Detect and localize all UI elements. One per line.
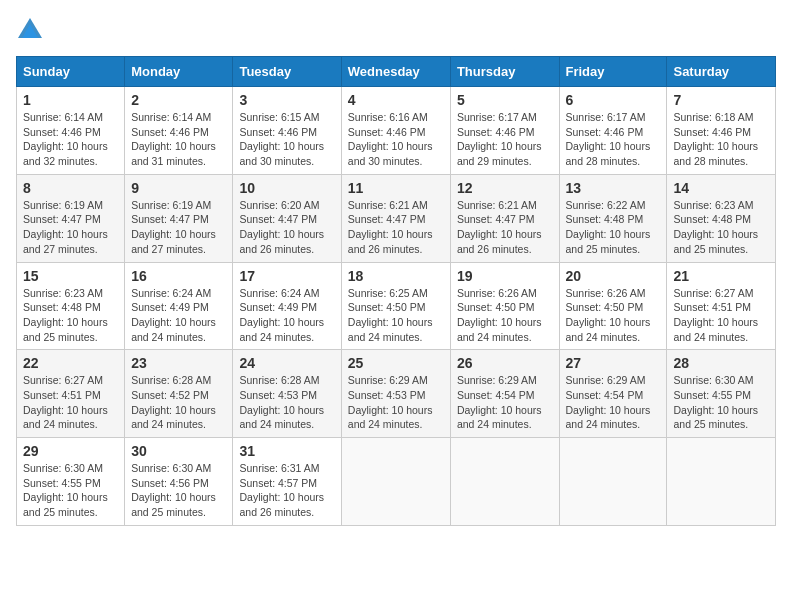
day-info: Sunrise: 6:29 AMSunset: 4:54 PMDaylight:… xyxy=(566,373,661,432)
day-number: 25 xyxy=(348,355,444,371)
day-info: Sunrise: 6:23 AMSunset: 4:48 PMDaylight:… xyxy=(673,198,769,257)
day-number: 10 xyxy=(239,180,334,196)
day-info: Sunrise: 6:26 AMSunset: 4:50 PMDaylight:… xyxy=(457,286,553,345)
calendar-week-3: 15Sunrise: 6:23 AMSunset: 4:48 PMDayligh… xyxy=(17,262,776,350)
calendar-week-2: 8Sunrise: 6:19 AMSunset: 4:47 PMDaylight… xyxy=(17,174,776,262)
calendar-cell: 18Sunrise: 6:25 AMSunset: 4:50 PMDayligh… xyxy=(341,262,450,350)
calendar-cell: 9Sunrise: 6:19 AMSunset: 4:47 PMDaylight… xyxy=(125,174,233,262)
calendar-cell: 31Sunrise: 6:31 AMSunset: 4:57 PMDayligh… xyxy=(233,438,341,526)
day-info: Sunrise: 6:24 AMSunset: 4:49 PMDaylight:… xyxy=(239,286,334,345)
header-cell-thursday: Thursday xyxy=(450,57,559,87)
day-number: 12 xyxy=(457,180,553,196)
day-number: 13 xyxy=(566,180,661,196)
calendar-cell: 2Sunrise: 6:14 AMSunset: 4:46 PMDaylight… xyxy=(125,87,233,175)
calendar-cell: 16Sunrise: 6:24 AMSunset: 4:49 PMDayligh… xyxy=(125,262,233,350)
header-cell-friday: Friday xyxy=(559,57,667,87)
calendar-cell: 26Sunrise: 6:29 AMSunset: 4:54 PMDayligh… xyxy=(450,350,559,438)
day-number: 14 xyxy=(673,180,769,196)
day-number: 28 xyxy=(673,355,769,371)
day-number: 6 xyxy=(566,92,661,108)
logo-icon xyxy=(16,16,44,44)
header-cell-saturday: Saturday xyxy=(667,57,776,87)
calendar-cell: 28Sunrise: 6:30 AMSunset: 4:55 PMDayligh… xyxy=(667,350,776,438)
day-info: Sunrise: 6:20 AMSunset: 4:47 PMDaylight:… xyxy=(239,198,334,257)
calendar-cell: 25Sunrise: 6:29 AMSunset: 4:53 PMDayligh… xyxy=(341,350,450,438)
calendar-header: SundayMondayTuesdayWednesdayThursdayFrid… xyxy=(17,57,776,87)
header-cell-wednesday: Wednesday xyxy=(341,57,450,87)
calendar-cell: 10Sunrise: 6:20 AMSunset: 4:47 PMDayligh… xyxy=(233,174,341,262)
day-info: Sunrise: 6:28 AMSunset: 4:52 PMDaylight:… xyxy=(131,373,226,432)
calendar-cell: 30Sunrise: 6:30 AMSunset: 4:56 PMDayligh… xyxy=(125,438,233,526)
calendar-cell: 15Sunrise: 6:23 AMSunset: 4:48 PMDayligh… xyxy=(17,262,125,350)
day-info: Sunrise: 6:23 AMSunset: 4:48 PMDaylight:… xyxy=(23,286,118,345)
calendar-cell: 24Sunrise: 6:28 AMSunset: 4:53 PMDayligh… xyxy=(233,350,341,438)
day-info: Sunrise: 6:27 AMSunset: 4:51 PMDaylight:… xyxy=(673,286,769,345)
day-info: Sunrise: 6:15 AMSunset: 4:46 PMDaylight:… xyxy=(239,110,334,169)
header-cell-monday: Monday xyxy=(125,57,233,87)
calendar-cell: 20Sunrise: 6:26 AMSunset: 4:50 PMDayligh… xyxy=(559,262,667,350)
day-info: Sunrise: 6:30 AMSunset: 4:55 PMDaylight:… xyxy=(673,373,769,432)
header-row: SundayMondayTuesdayWednesdayThursdayFrid… xyxy=(17,57,776,87)
day-number: 29 xyxy=(23,443,118,459)
day-number: 19 xyxy=(457,268,553,284)
header-cell-sunday: Sunday xyxy=(17,57,125,87)
calendar-cell: 12Sunrise: 6:21 AMSunset: 4:47 PMDayligh… xyxy=(450,174,559,262)
calendar-cell: 7Sunrise: 6:18 AMSunset: 4:46 PMDaylight… xyxy=(667,87,776,175)
day-info: Sunrise: 6:17 AMSunset: 4:46 PMDaylight:… xyxy=(566,110,661,169)
day-number: 3 xyxy=(239,92,334,108)
calendar-cell: 1Sunrise: 6:14 AMSunset: 4:46 PMDaylight… xyxy=(17,87,125,175)
day-number: 20 xyxy=(566,268,661,284)
day-info: Sunrise: 6:14 AMSunset: 4:46 PMDaylight:… xyxy=(131,110,226,169)
calendar-cell: 3Sunrise: 6:15 AMSunset: 4:46 PMDaylight… xyxy=(233,87,341,175)
day-info: Sunrise: 6:26 AMSunset: 4:50 PMDaylight:… xyxy=(566,286,661,345)
day-number: 1 xyxy=(23,92,118,108)
header-cell-tuesday: Tuesday xyxy=(233,57,341,87)
day-number: 4 xyxy=(348,92,444,108)
day-number: 26 xyxy=(457,355,553,371)
calendar-cell: 19Sunrise: 6:26 AMSunset: 4:50 PMDayligh… xyxy=(450,262,559,350)
calendar-week-1: 1Sunrise: 6:14 AMSunset: 4:46 PMDaylight… xyxy=(17,87,776,175)
day-number: 31 xyxy=(239,443,334,459)
calendar-cell: 27Sunrise: 6:29 AMSunset: 4:54 PMDayligh… xyxy=(559,350,667,438)
day-info: Sunrise: 6:22 AMSunset: 4:48 PMDaylight:… xyxy=(566,198,661,257)
calendar-cell xyxy=(559,438,667,526)
day-number: 24 xyxy=(239,355,334,371)
day-number: 8 xyxy=(23,180,118,196)
day-info: Sunrise: 6:30 AMSunset: 4:56 PMDaylight:… xyxy=(131,461,226,520)
day-info: Sunrise: 6:24 AMSunset: 4:49 PMDaylight:… xyxy=(131,286,226,345)
calendar-cell: 17Sunrise: 6:24 AMSunset: 4:49 PMDayligh… xyxy=(233,262,341,350)
day-number: 16 xyxy=(131,268,226,284)
calendar-cell: 6Sunrise: 6:17 AMSunset: 4:46 PMDaylight… xyxy=(559,87,667,175)
day-info: Sunrise: 6:25 AMSunset: 4:50 PMDaylight:… xyxy=(348,286,444,345)
day-info: Sunrise: 6:18 AMSunset: 4:46 PMDaylight:… xyxy=(673,110,769,169)
day-number: 7 xyxy=(673,92,769,108)
calendar-cell: 5Sunrise: 6:17 AMSunset: 4:46 PMDaylight… xyxy=(450,87,559,175)
day-info: Sunrise: 6:30 AMSunset: 4:55 PMDaylight:… xyxy=(23,461,118,520)
calendar-week-5: 29Sunrise: 6:30 AMSunset: 4:55 PMDayligh… xyxy=(17,438,776,526)
calendar-cell: 8Sunrise: 6:19 AMSunset: 4:47 PMDaylight… xyxy=(17,174,125,262)
calendar-cell: 29Sunrise: 6:30 AMSunset: 4:55 PMDayligh… xyxy=(17,438,125,526)
day-number: 9 xyxy=(131,180,226,196)
day-info: Sunrise: 6:21 AMSunset: 4:47 PMDaylight:… xyxy=(348,198,444,257)
day-number: 27 xyxy=(566,355,661,371)
calendar-cell: 21Sunrise: 6:27 AMSunset: 4:51 PMDayligh… xyxy=(667,262,776,350)
day-number: 18 xyxy=(348,268,444,284)
calendar-cell: 4Sunrise: 6:16 AMSunset: 4:46 PMDaylight… xyxy=(341,87,450,175)
day-info: Sunrise: 6:29 AMSunset: 4:53 PMDaylight:… xyxy=(348,373,444,432)
day-info: Sunrise: 6:21 AMSunset: 4:47 PMDaylight:… xyxy=(457,198,553,257)
day-number: 17 xyxy=(239,268,334,284)
calendar-cell xyxy=(450,438,559,526)
day-number: 11 xyxy=(348,180,444,196)
day-info: Sunrise: 6:19 AMSunset: 4:47 PMDaylight:… xyxy=(23,198,118,257)
day-number: 15 xyxy=(23,268,118,284)
calendar-body: 1Sunrise: 6:14 AMSunset: 4:46 PMDaylight… xyxy=(17,87,776,526)
day-info: Sunrise: 6:17 AMSunset: 4:46 PMDaylight:… xyxy=(457,110,553,169)
page-header xyxy=(16,16,776,44)
calendar-cell xyxy=(667,438,776,526)
day-info: Sunrise: 6:29 AMSunset: 4:54 PMDaylight:… xyxy=(457,373,553,432)
day-info: Sunrise: 6:19 AMSunset: 4:47 PMDaylight:… xyxy=(131,198,226,257)
day-number: 2 xyxy=(131,92,226,108)
day-number: 5 xyxy=(457,92,553,108)
calendar-cell: 13Sunrise: 6:22 AMSunset: 4:48 PMDayligh… xyxy=(559,174,667,262)
day-number: 22 xyxy=(23,355,118,371)
